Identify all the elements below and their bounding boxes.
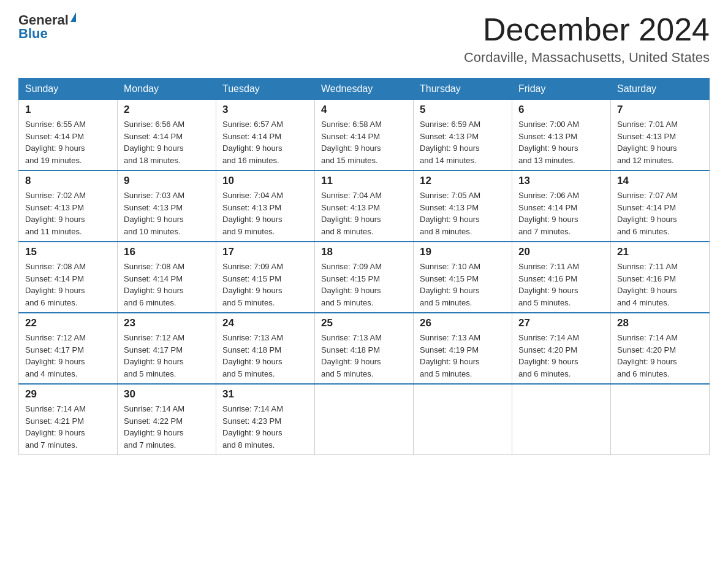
day-number: 26 bbox=[420, 317, 506, 329]
day-number: 25 bbox=[321, 317, 407, 329]
day-number: 11 bbox=[321, 175, 407, 187]
day-info: Sunrise: 7:04 AMSunset: 4:13 PMDaylight:… bbox=[222, 190, 308, 237]
calendar-cell: 5 Sunrise: 6:59 AMSunset: 4:13 PMDayligh… bbox=[414, 100, 512, 171]
day-info: Sunrise: 7:14 AMSunset: 4:23 PMDaylight:… bbox=[222, 403, 308, 451]
calendar-week-row: 22 Sunrise: 7:12 AMSunset: 4:17 PMDaylig… bbox=[19, 313, 710, 384]
day-number: 2 bbox=[124, 104, 210, 116]
day-number: 18 bbox=[321, 246, 407, 258]
day-info: Sunrise: 7:14 AMSunset: 4:22 PMDaylight:… bbox=[124, 403, 210, 451]
calendar-week-row: 1 Sunrise: 6:55 AMSunset: 4:14 PMDayligh… bbox=[19, 100, 710, 171]
page-title: December 2024 bbox=[464, 12, 710, 47]
calendar-header-thursday: Thursday bbox=[414, 79, 512, 100]
calendar-cell bbox=[315, 384, 414, 455]
day-info: Sunrise: 7:06 AMSunset: 4:14 PMDaylight:… bbox=[518, 190, 604, 237]
day-number: 22 bbox=[25, 317, 111, 329]
day-info: Sunrise: 7:00 AMSunset: 4:13 PMDaylight:… bbox=[518, 118, 604, 166]
day-info: Sunrise: 7:14 AMSunset: 4:20 PMDaylight:… bbox=[617, 332, 703, 380]
calendar-cell: 12 Sunrise: 7:05 AMSunset: 4:13 PMDaylig… bbox=[414, 170, 512, 242]
calendar-cell: 1 Sunrise: 6:55 AMSunset: 4:14 PMDayligh… bbox=[19, 100, 118, 171]
calendar-cell: 8 Sunrise: 7:02 AMSunset: 4:13 PMDayligh… bbox=[19, 170, 118, 242]
day-number: 6 bbox=[518, 104, 604, 116]
calendar-header-wednesday: Wednesday bbox=[315, 79, 414, 100]
calendar-cell bbox=[611, 384, 710, 455]
day-number: 16 bbox=[124, 246, 210, 258]
day-info: Sunrise: 7:11 AMSunset: 4:16 PMDaylight:… bbox=[518, 261, 604, 308]
day-number: 23 bbox=[124, 317, 210, 329]
calendar-cell: 4 Sunrise: 6:58 AMSunset: 4:14 PMDayligh… bbox=[315, 100, 414, 171]
day-info: Sunrise: 7:12 AMSunset: 4:17 PMDaylight:… bbox=[124, 332, 210, 380]
day-number: 28 bbox=[617, 317, 703, 329]
day-info: Sunrise: 7:09 AMSunset: 4:15 PMDaylight:… bbox=[321, 261, 407, 308]
calendar-cell bbox=[414, 384, 512, 455]
day-info: Sunrise: 7:08 AMSunset: 4:14 PMDaylight:… bbox=[124, 261, 210, 308]
page-subtitle: Cordaville, Massachusetts, United States bbox=[464, 50, 710, 66]
calendar-cell: 14 Sunrise: 7:07 AMSunset: 4:14 PMDaylig… bbox=[611, 170, 710, 242]
day-info: Sunrise: 6:58 AMSunset: 4:14 PMDaylight:… bbox=[321, 118, 407, 166]
calendar-header-saturday: Saturday bbox=[611, 79, 710, 100]
calendar-header-sunday: Sunday bbox=[19, 79, 118, 100]
calendar-cell: 30 Sunrise: 7:14 AMSunset: 4:22 PMDaylig… bbox=[118, 384, 216, 455]
calendar-cell: 27 Sunrise: 7:14 AMSunset: 4:20 PMDaylig… bbox=[512, 313, 611, 384]
calendar-week-row: 29 Sunrise: 7:14 AMSunset: 4:21 PMDaylig… bbox=[19, 384, 710, 455]
day-info: Sunrise: 7:08 AMSunset: 4:14 PMDaylight:… bbox=[25, 261, 111, 308]
calendar-cell: 29 Sunrise: 7:14 AMSunset: 4:21 PMDaylig… bbox=[19, 384, 118, 455]
day-number: 9 bbox=[124, 175, 210, 187]
day-number: 31 bbox=[222, 388, 308, 400]
calendar-cell: 2 Sunrise: 6:56 AMSunset: 4:14 PMDayligh… bbox=[118, 100, 216, 171]
day-number: 8 bbox=[25, 175, 111, 187]
day-number: 10 bbox=[222, 175, 308, 187]
logo-blue-text: Blue bbox=[18, 26, 48, 42]
day-info: Sunrise: 7:13 AMSunset: 4:19 PMDaylight:… bbox=[420, 332, 506, 380]
day-info: Sunrise: 6:59 AMSunset: 4:13 PMDaylight:… bbox=[420, 118, 506, 166]
calendar-cell: 21 Sunrise: 7:11 AMSunset: 4:16 PMDaylig… bbox=[611, 242, 710, 313]
logo: General Blue bbox=[18, 12, 76, 42]
day-number: 14 bbox=[617, 175, 703, 187]
day-number: 13 bbox=[518, 175, 604, 187]
day-info: Sunrise: 7:12 AMSunset: 4:17 PMDaylight:… bbox=[25, 332, 111, 380]
day-number: 27 bbox=[518, 317, 604, 329]
calendar-header-row: SundayMondayTuesdayWednesdayThursdayFrid… bbox=[19, 79, 710, 100]
calendar-cell: 7 Sunrise: 7:01 AMSunset: 4:13 PMDayligh… bbox=[611, 100, 710, 171]
day-number: 30 bbox=[124, 388, 210, 400]
day-info: Sunrise: 7:01 AMSunset: 4:13 PMDaylight:… bbox=[617, 118, 703, 166]
day-info: Sunrise: 7:04 AMSunset: 4:13 PMDaylight:… bbox=[321, 190, 407, 237]
calendar-header-monday: Monday bbox=[118, 79, 216, 100]
calendar-cell: 19 Sunrise: 7:10 AMSunset: 4:15 PMDaylig… bbox=[414, 242, 512, 313]
calendar-cell bbox=[512, 384, 611, 455]
calendar-header-tuesday: Tuesday bbox=[216, 79, 315, 100]
calendar-cell: 28 Sunrise: 7:14 AMSunset: 4:20 PMDaylig… bbox=[611, 313, 710, 384]
day-number: 19 bbox=[420, 246, 506, 258]
calendar-cell: 13 Sunrise: 7:06 AMSunset: 4:14 PMDaylig… bbox=[512, 170, 611, 242]
day-number: 29 bbox=[25, 388, 111, 400]
page-header: General Blue December 2024 Cordaville, M… bbox=[18, 12, 710, 66]
day-number: 4 bbox=[321, 104, 407, 116]
calendar-cell: 26 Sunrise: 7:13 AMSunset: 4:19 PMDaylig… bbox=[414, 313, 512, 384]
day-number: 17 bbox=[222, 246, 308, 258]
day-info: Sunrise: 7:03 AMSunset: 4:13 PMDaylight:… bbox=[124, 190, 210, 237]
day-info: Sunrise: 7:07 AMSunset: 4:14 PMDaylight:… bbox=[617, 190, 703, 237]
calendar-cell: 23 Sunrise: 7:12 AMSunset: 4:17 PMDaylig… bbox=[118, 313, 216, 384]
day-info: Sunrise: 7:11 AMSunset: 4:16 PMDaylight:… bbox=[617, 261, 703, 308]
calendar-cell: 18 Sunrise: 7:09 AMSunset: 4:15 PMDaylig… bbox=[315, 242, 414, 313]
day-number: 21 bbox=[617, 246, 703, 258]
calendar-header-friday: Friday bbox=[512, 79, 611, 100]
day-info: Sunrise: 7:13 AMSunset: 4:18 PMDaylight:… bbox=[321, 332, 407, 380]
logo-triangle-icon bbox=[70, 12, 76, 22]
calendar-week-row: 8 Sunrise: 7:02 AMSunset: 4:13 PMDayligh… bbox=[19, 170, 710, 242]
day-number: 15 bbox=[25, 246, 111, 258]
day-info: Sunrise: 7:14 AMSunset: 4:21 PMDaylight:… bbox=[25, 403, 111, 451]
calendar-cell: 31 Sunrise: 7:14 AMSunset: 4:23 PMDaylig… bbox=[216, 384, 315, 455]
day-number: 3 bbox=[222, 104, 308, 116]
calendar-cell: 17 Sunrise: 7:09 AMSunset: 4:15 PMDaylig… bbox=[216, 242, 315, 313]
calendar-cell: 16 Sunrise: 7:08 AMSunset: 4:14 PMDaylig… bbox=[118, 242, 216, 313]
day-number: 12 bbox=[420, 175, 506, 187]
day-info: Sunrise: 7:10 AMSunset: 4:15 PMDaylight:… bbox=[420, 261, 506, 308]
day-info: Sunrise: 6:57 AMSunset: 4:14 PMDaylight:… bbox=[222, 118, 308, 166]
calendar-cell: 24 Sunrise: 7:13 AMSunset: 4:18 PMDaylig… bbox=[216, 313, 315, 384]
day-number: 20 bbox=[518, 246, 604, 258]
day-info: Sunrise: 7:14 AMSunset: 4:20 PMDaylight:… bbox=[518, 332, 604, 380]
calendar-cell: 22 Sunrise: 7:12 AMSunset: 4:17 PMDaylig… bbox=[19, 313, 118, 384]
day-number: 1 bbox=[25, 104, 111, 116]
calendar-cell: 3 Sunrise: 6:57 AMSunset: 4:14 PMDayligh… bbox=[216, 100, 315, 171]
day-info: Sunrise: 7:02 AMSunset: 4:13 PMDaylight:… bbox=[25, 190, 111, 237]
